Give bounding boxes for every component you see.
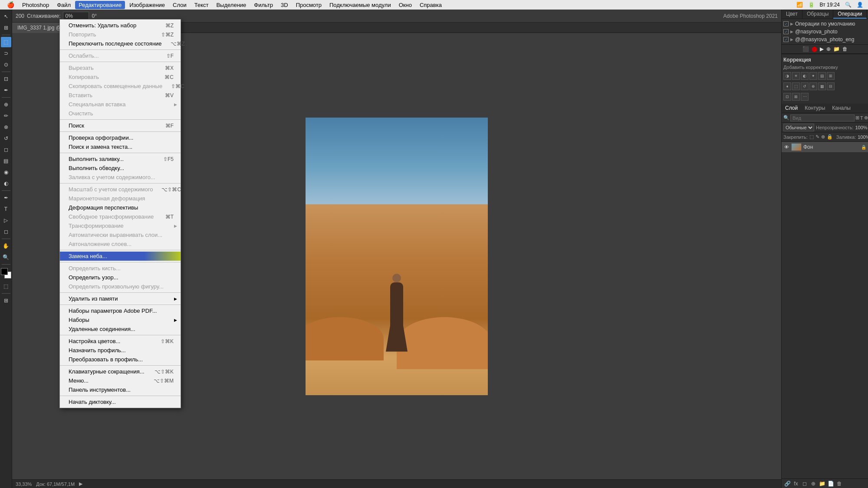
menu-undo[interactable]: Отменить: Удалить набор ⌘Z [60,21,181,30]
menu-find-replace[interactable]: Поиск и замена текста... [60,142,181,151]
menu-auto-blend[interactable]: Автоналожение слоев... [60,239,181,249]
dodge-tool[interactable]: ◐ [1,178,11,189]
menu-fade[interactable]: Ослабить... ⇧F [60,51,181,60]
status-arrow[interactable]: ▶ [79,481,82,487]
lock-pixels-btn[interactable]: ✎ [815,133,819,141]
menu-toggle-state[interactable]: Переключить последнее состояние ⌥⌘Z [60,39,181,48]
menu-keyboard-shortcuts[interactable]: Клавиатурные сокращения... ⌥⇧⌘K [60,367,181,376]
blur-tool[interactable]: ◉ [1,167,11,177]
menu-stroke[interactable]: Выполнить обводку... [60,164,181,173]
corr-brightness-icon[interactable]: ◑ [783,72,791,80]
corr-channel-mixer-icon[interactable]: ↺ [801,82,809,90]
adjust-icon[interactable]: ⊕ [864,115,868,121]
menu-purge[interactable]: Удалить из памяти [60,294,181,303]
menu-transform[interactable]: Трансформирование [60,221,181,230]
corr-color-lookup-icon[interactable]: ⊕ [809,82,817,90]
tab-color[interactable]: Цвет [782,10,802,19]
tab-channels[interactable]: Каналы [829,104,854,113]
menu-view[interactable]: Просмотр [293,1,325,9]
path-select-tool[interactable]: ▷ [1,215,11,226]
menu-free-transform[interactable]: Свободное трансформирование ⌘T [60,212,181,221]
corr-threshold-icon[interactable]: ⊡ [783,93,791,101]
op-record-btn[interactable]: ⬤ [812,46,817,52]
history-brush-tool[interactable]: ↺ [1,133,11,144]
op-checkbox-3[interactable]: ✓ [783,37,789,42]
menu-perspective-warp[interactable]: Деформация перспективы [60,203,181,212]
eraser-tool[interactable]: ◻ [1,144,11,155]
add-mask-btn[interactable]: ◻ [801,480,809,488]
shape-tool[interactable]: ◻ [1,226,11,237]
layers-search-input[interactable] [790,115,855,121]
filter-icon[interactable]: ⊞ [855,115,859,121]
menu-photoshop[interactable]: Photoshop [19,1,53,9]
menu-3d[interactable]: 3D [277,1,292,9]
menu-presets[interactable]: Наборы [60,315,181,324]
menu-window[interactable]: Окно [395,1,415,9]
menu-assign-profile[interactable]: Назначить профиль... [60,346,181,355]
corr-gradient-map-icon[interactable]: ⊠ [792,93,800,101]
menu-adobe-pdf-presets[interactable]: Наборы параметров Adobe PDF... [60,306,181,315]
corr-vibrance-icon[interactable]: ▤ [818,72,826,80]
menu-dictation[interactable]: Начать диктовку... [60,397,181,406]
menu-plugins[interactable]: Подключаемые модули [326,1,395,9]
menu-define-shape[interactable]: Определить произвольную фигуру... [60,282,181,291]
menu-help[interactable]: Справка [416,1,445,9]
type-tool[interactable]: T [1,204,11,214]
menu-define-brush[interactable]: Определить кисть... [60,264,181,273]
corr-levels-icon[interactable]: ☀ [792,72,800,80]
eyedropper-tool[interactable]: ✒ [1,85,11,95]
tool-preset[interactable]: 200 [16,13,24,19]
new-adjustment-btn[interactable]: ⊕ [809,480,817,488]
tab-layer[interactable]: Слой [782,104,801,113]
blend-mode-select[interactable]: Обычные [783,124,814,131]
search-icon[interactable]: 🔍 [844,2,853,8]
menu-edit[interactable]: Редактирование [75,1,125,9]
new-layer-btn[interactable]: 📄 [827,480,835,488]
menu-paste-special[interactable]: Специальная вставка [60,100,181,109]
op-item-3[interactable]: ✓ ▶ @@nasyrova_photo_eng [782,36,868,43]
menu-paste[interactable]: Вставить ⌘V [60,91,181,100]
gradient-tool[interactable]: ▤ [1,156,11,166]
layer-visibility-icon[interactable]: 👁 [783,144,789,150]
quick-mask-tool[interactable]: ⬚ [1,281,11,291]
lock-position-btn[interactable]: ⊕ [821,133,825,141]
move-tool[interactable]: ↖ [1,11,11,22]
menu-sky-replace[interactable]: Замена неба... [60,252,181,261]
menu-define-pattern[interactable]: Определить узор... [60,273,181,282]
corr-posterize-icon[interactable]: ⊟ [827,82,835,90]
corr-color-balance-icon[interactable]: ♦ [783,82,791,90]
healing-tool[interactable]: ⊕ [1,99,11,110]
corr-exposure-icon[interactable]: ✦ [809,72,817,80]
new-group-btn[interactable]: 📁 [818,480,826,488]
menu-redo[interactable]: Повторить ⇧⌘Z [60,30,181,39]
corr-invert-icon[interactable]: ▦ [818,82,826,90]
link-layers-btn[interactable]: 🔗 [783,480,791,488]
quick-selection-tool[interactable]: ⊙ [1,59,11,70]
menu-fill[interactable]: Выполнить заливку... ⇧F5 [60,154,181,164]
menu-spell-check[interactable]: Проверка орфографии... [60,133,181,142]
menu-file[interactable]: Файл [53,1,74,9]
pen-tool[interactable]: ✒ [1,193,11,203]
op-stop-btn[interactable]: ⬛ [802,46,809,52]
menu-color-settings[interactable]: Настройка цветов... ⇧⌘K [60,337,181,346]
op-play-btn[interactable]: ▶ [820,46,824,52]
tab-paths[interactable]: Контуры [801,104,829,113]
screen-mode-tool[interactable]: ⊞ [1,295,11,306]
menu-clear[interactable]: Очистить [60,109,181,118]
op-delete-btn[interactable]: 🗑 [842,46,848,52]
color-swatches[interactable] [1,268,11,278]
op-folder-btn[interactable]: 📁 [833,46,840,52]
lock-transparent-btn[interactable]: ⬚ [809,133,814,141]
menu-remote-connections[interactable]: Удаленные соединения... [60,324,181,334]
zoom-tool[interactable]: 🔍 [1,252,11,262]
tab-swatches[interactable]: Образцы [802,10,833,19]
op-item-2[interactable]: ✓ ▶ @nasyrova_photo [782,28,868,36]
op-item-1[interactable]: ✓ ▶ Операции по умолчанию [782,20,868,28]
menu-menus[interactable]: Меню... ⌥⇧⌘M [60,376,181,385]
clone-tool[interactable]: ⊗ [1,122,11,132]
menu-auto-align[interactable]: Автоматически выравнивать слои... [60,230,181,239]
apple-menu[interactable]: 🍎 [3,1,18,8]
menu-layers[interactable]: Слои [169,1,190,9]
corr-photo-filter-icon[interactable]: ⬚ [792,82,800,90]
corr-select-color-icon[interactable]: ⋯ [801,93,809,101]
